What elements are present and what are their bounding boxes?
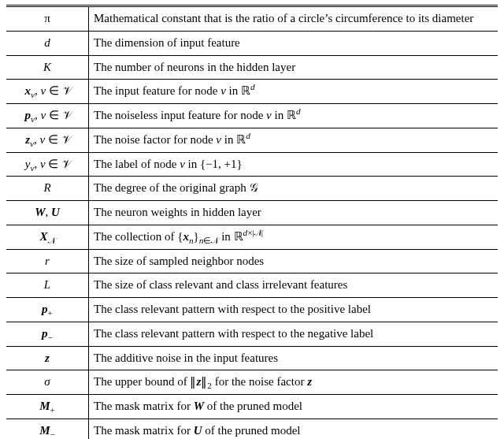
- symbol-cell: p−: [6, 322, 89, 346]
- symbol-cell: yv, v ∈ 𝒱: [6, 152, 89, 177]
- table-row: σThe upper bound of ‖z‖2 for the noise f…: [6, 370, 498, 395]
- table-row: zThe additive noise in the input feature…: [6, 346, 498, 370]
- symbol-cell: z: [6, 346, 89, 370]
- table-row: xv, v ∈ 𝒱The input feature for node v in…: [6, 80, 498, 104]
- symbol-cell: M+: [6, 395, 89, 419]
- symbol-cell: p+: [6, 298, 89, 322]
- table-row: X𝒩The collection of {xn}n∈𝒩 in ℝd×|𝒩|: [6, 225, 498, 249]
- description-cell: The size of class relevant and class irr…: [89, 273, 498, 298]
- symbol-cell: pv, v ∈ 𝒱: [6, 104, 89, 128]
- table-row: LThe size of class relevant and class ir…: [6, 273, 498, 298]
- description-cell: The size of sampled neighbor nodes: [89, 249, 498, 273]
- description-cell: Mathematical constant that is the ratio …: [89, 6, 498, 32]
- notation-table-body: πMathematical constant that is the ratio…: [6, 6, 498, 440]
- table-row: pv, v ∈ 𝒱The noiseless input feature for…: [6, 104, 498, 128]
- symbol-cell: K: [6, 55, 89, 80]
- symbol-cell: r: [6, 249, 89, 273]
- table-row: dThe dimension of input feature: [6, 31, 498, 55]
- description-cell: The neuron weights in hidden layer: [89, 201, 498, 225]
- notation-table: πMathematical constant that is the ratio…: [6, 5, 498, 439]
- description-cell: The additive noise in the input features: [89, 346, 498, 370]
- description-cell: The dimension of input feature: [89, 31, 498, 55]
- description-cell: The degree of the original graph 𝒢: [89, 177, 498, 201]
- table-row: M−The mask matrix for U of the pruned mo…: [6, 419, 498, 439]
- description-cell: The noiseless input feature for node v i…: [89, 104, 498, 128]
- description-cell: The mask matrix for U of the pruned mode…: [89, 419, 498, 439]
- description-cell: The class relevant pattern with respect …: [89, 298, 498, 322]
- table-row: KThe number of neurons in the hidden lay…: [6, 55, 498, 80]
- symbol-cell: X𝒩: [6, 225, 89, 249]
- description-cell: The noise factor for node v in ℝd: [89, 128, 498, 152]
- description-cell: The input feature for node v in ℝd: [89, 80, 498, 104]
- symbol-cell: M−: [6, 419, 89, 439]
- table-row: rThe size of sampled neighbor nodes: [6, 249, 498, 273]
- table-row: yv, v ∈ 𝒱The label of node v in {−1, +1}: [6, 152, 498, 177]
- table-row: W, UThe neuron weights in hidden layer: [6, 201, 498, 225]
- symbol-cell: d: [6, 31, 89, 55]
- description-cell: The class relevant pattern with respect …: [89, 322, 498, 346]
- table-row: M+The mask matrix for W of the pruned mo…: [6, 395, 498, 419]
- description-cell: The upper bound of ‖z‖2 for the noise fa…: [89, 370, 498, 395]
- table-row: πMathematical constant that is the ratio…: [6, 6, 498, 32]
- description-cell: The label of node v in {−1, +1}: [89, 152, 498, 177]
- symbol-cell: W, U: [6, 201, 89, 225]
- table-row: zv, v ∈ 𝒱The noise factor for node v in …: [6, 128, 498, 152]
- symbol-cell: L: [6, 273, 89, 298]
- table-row: p−The class relevant pattern with respec…: [6, 322, 498, 346]
- symbol-cell: π: [6, 6, 89, 32]
- table-row: RThe degree of the original graph 𝒢: [6, 177, 498, 201]
- table-row: p+The class relevant pattern with respec…: [6, 298, 498, 322]
- description-cell: The number of neurons in the hidden laye…: [89, 55, 498, 80]
- description-cell: The mask matrix for W of the pruned mode…: [89, 395, 498, 419]
- symbol-cell: xv, v ∈ 𝒱: [6, 80, 89, 104]
- symbol-cell: zv, v ∈ 𝒱: [6, 128, 89, 152]
- symbol-cell: R: [6, 177, 89, 201]
- description-cell: The collection of {xn}n∈𝒩 in ℝd×|𝒩|: [89, 225, 498, 249]
- symbol-cell: σ: [6, 370, 89, 395]
